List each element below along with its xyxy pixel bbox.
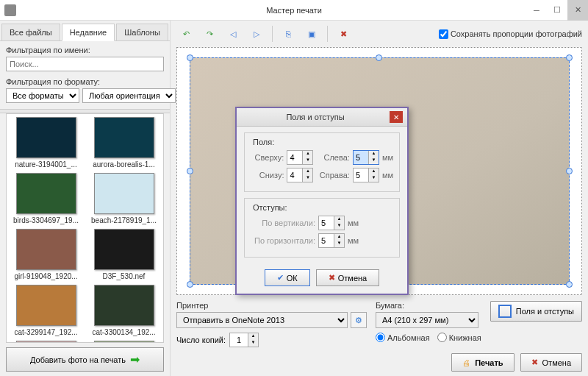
cancel-icon: ✖ xyxy=(531,358,538,367)
minimize-button[interactable]: ─ xyxy=(526,0,547,21)
margin-top-spinner[interactable]: ▲▼ xyxy=(287,150,313,165)
rotate-cw-button[interactable]: ↷ xyxy=(200,25,219,43)
file-tabs: Все файлы Недавние Шаблоны xyxy=(0,21,170,41)
filter-format-label: Фильтрация по формату: xyxy=(6,77,164,86)
thumb-item[interactable]: cat-3299147_192... xyxy=(10,285,82,336)
resize-handle[interactable] xyxy=(187,54,193,61)
thumbnails-panel[interactable]: nature-3194001_... aurora-borealis-1... … xyxy=(6,113,164,343)
resize-handle[interactable] xyxy=(376,54,382,61)
app-icon xyxy=(4,4,16,16)
paper-label: Бумага: xyxy=(376,301,481,310)
copies-label: Число копий: xyxy=(176,336,226,344)
orientation-select[interactable]: Любая ориентация xyxy=(82,88,176,103)
toolbar-separator xyxy=(327,26,328,42)
format-select[interactable]: Все форматы xyxy=(6,88,79,103)
copies-spinner[interactable]: ▲▼ xyxy=(229,333,259,347)
orientation-landscape[interactable]: Альбомная xyxy=(376,333,430,342)
thumb-item[interactable]: cat-3300134_192... xyxy=(88,285,160,336)
thumb-item[interactable] xyxy=(10,341,82,343)
tab-templates[interactable]: Шаблоны xyxy=(116,24,168,40)
search-input[interactable] xyxy=(6,57,164,71)
printer-label: Принтер xyxy=(176,301,367,310)
add-photo-label: Добавить фото на печать xyxy=(30,355,126,364)
margin-bottom-spinner[interactable]: ▲▼ xyxy=(287,168,313,182)
paper-select[interactable]: A4 (210 x 297 мм) xyxy=(376,312,478,328)
left-panel: Все файлы Недавние Шаблоны Фильтрация по… xyxy=(0,21,171,376)
fields-group-label: Поля: xyxy=(251,138,276,146)
resize-handle[interactable] xyxy=(566,168,573,174)
fit-button[interactable]: ▣ xyxy=(302,25,321,43)
preserve-proportions[interactable]: Сохранять пропорции фотографий xyxy=(439,29,582,39)
copy-button[interactable]: ⎘ xyxy=(279,25,298,43)
cancel-button[interactable]: ✖ Отмена xyxy=(520,353,582,372)
gap-h-spinner[interactable]: ▲▼ xyxy=(318,233,345,248)
add-photo-button[interactable]: Добавить фото на печать ➡ xyxy=(6,347,164,372)
spin-up[interactable]: ▲ xyxy=(248,333,258,340)
delete-button[interactable]: ✖ xyxy=(334,25,353,43)
thumb-item[interactable]: D3F_530.nef xyxy=(88,229,160,280)
dialog-ok-button[interactable]: ✔ОК xyxy=(265,269,310,286)
maximize-button[interactable]: ☐ xyxy=(547,0,567,21)
margins-icon xyxy=(498,305,512,318)
flip-v-button[interactable]: ▷ xyxy=(247,25,266,43)
tab-recent[interactable]: Недавние xyxy=(62,24,115,41)
spin-down[interactable]: ▼ xyxy=(248,340,258,347)
gap-v-spinner[interactable]: ▲▼ xyxy=(318,216,345,230)
dialog-title: Поля и отступы xyxy=(241,113,390,121)
close-button[interactable]: ✕ xyxy=(567,0,588,21)
preserve-checkbox[interactable] xyxy=(439,29,448,39)
printer-select[interactable]: Отправить в OneNote 2013 xyxy=(176,312,348,328)
cancel-icon: ✖ xyxy=(329,273,335,283)
thumb-item[interactable] xyxy=(88,341,160,343)
resize-handle[interactable] xyxy=(187,281,193,288)
check-icon: ✔ xyxy=(277,273,284,283)
arrow-right-icon: ➡ xyxy=(130,352,140,366)
toolbar: ↶ ↷ ◁ ▷ ⎘ ▣ ✖ Сохранять пропорции фотогр… xyxy=(176,25,582,43)
margin-right-spinner[interactable]: ▲▼ xyxy=(353,168,379,182)
thumb-item[interactable]: aurora-borealis-1... xyxy=(88,117,160,169)
flip-h-button[interactable]: ◁ xyxy=(223,25,243,43)
thumb-item[interactable]: girl-919048_1920... xyxy=(10,229,82,280)
printer-settings-button[interactable]: ⚙ xyxy=(351,312,367,328)
dialog-titlebar[interactable]: Поля и отступы ✕ xyxy=(237,108,407,127)
print-button[interactable]: 🖨 Печать xyxy=(451,353,514,372)
margin-left-spinner[interactable]: ▲▼ xyxy=(353,150,379,165)
margins-button[interactable]: Поля и отступы xyxy=(490,301,582,322)
window-title: Мастер печати xyxy=(266,6,322,15)
titlebar: Мастер печати ─ ☐ ✕ xyxy=(0,0,588,21)
dialog-cancel-button[interactable]: ✖Отмена xyxy=(316,269,379,286)
printer-icon: 🖨 xyxy=(462,358,470,367)
gaps-group-label: Отступы: xyxy=(251,203,290,212)
dialog-close-button[interactable]: ✕ xyxy=(390,111,403,123)
resize-handle[interactable] xyxy=(187,168,193,174)
rotate-ccw-button[interactable]: ↶ xyxy=(176,25,196,43)
resize-handle[interactable] xyxy=(566,54,573,61)
filter-name-label: Фильтрация по имени: xyxy=(6,46,164,54)
margins-dialog: Поля и отступы ✕ Поля: Сверху: ▲▼ Слева:… xyxy=(235,107,409,295)
thumb-item[interactable]: beach-2178919_1... xyxy=(88,173,160,224)
tab-all-files[interactable]: Все файлы xyxy=(1,24,60,40)
thumb-item[interactable]: birds-3304697_19... xyxy=(10,173,82,224)
toolbar-separator xyxy=(272,26,273,42)
thumb-item[interactable]: nature-3194001_... xyxy=(10,117,82,169)
orientation-portrait[interactable]: Книжная xyxy=(437,333,481,342)
resize-handle[interactable] xyxy=(566,281,573,288)
copies-input[interactable] xyxy=(230,333,248,347)
